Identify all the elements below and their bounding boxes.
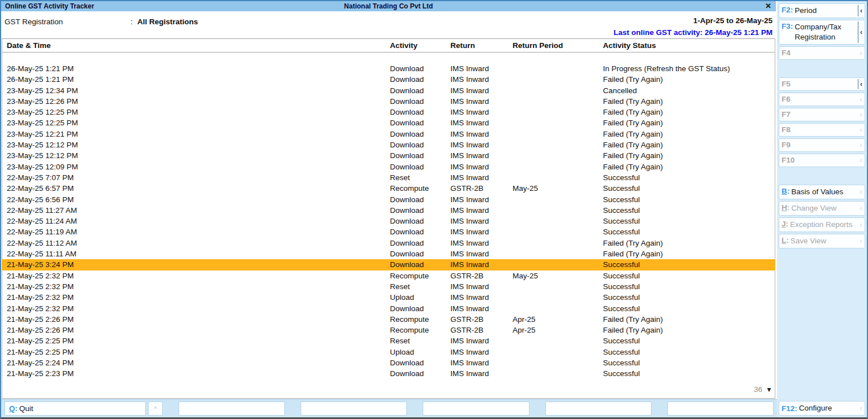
table-row[interactable]: 23-May-25 12:25 PMDownloadIMS InwardFail…	[2, 107, 775, 117]
table-row[interactable]: 21-May-25 2:32 PMUploadIMS InwardSuccess…	[2, 292, 775, 303]
table-row[interactable]: 23-May-25 12:26 PMDownloadIMS InwardFail…	[2, 96, 775, 107]
table-row[interactable]: 26-May-25 1:21 PMDownloadIMS InwardFaile…	[2, 74, 775, 85]
table-row[interactable]: 22-May-25 11:11 AMDownloadIMS InwardFail…	[2, 248, 775, 259]
cell-activity: Download	[390, 85, 450, 96]
cell-status: Cancelled	[603, 85, 775, 96]
table-row[interactable]: 22-May-25 11:27 AMDownloadIMS InwardSucc…	[2, 205, 775, 216]
cell-activity: Download	[390, 368, 450, 379]
table-row[interactable]: 23-May-25 12:25 PMDownloadIMS InwardFail…	[2, 117, 775, 128]
table-row[interactable]: 21-May-25 3:24 PMDownloadIMS InwardSucce…	[2, 259, 775, 270]
table-row[interactable]: 21-May-25 2:26 PMRecomputeGSTR-2BApr-25F…	[2, 314, 775, 325]
col-header-activity-status: Activity Status	[603, 40, 775, 52]
cell-activity: Reset	[390, 335, 450, 346]
table-row[interactable]: 23-May-25 12:12 PMDownloadIMS InwardFail…	[2, 150, 775, 161]
cell-return: IMS Inward	[450, 129, 513, 139]
period-range: 1-Apr-25 to 26-May-25	[693, 16, 772, 25]
cell-status: Successful	[603, 368, 775, 379]
more-rows-icon[interactable]: ▼	[766, 386, 772, 394]
cell-status: Successful	[603, 194, 775, 205]
sidebar-item-f3[interactable]: F3:Company/Tax Registration‹	[779, 20, 865, 45]
cell-return_period	[513, 63, 603, 74]
cell-return: IMS Inward	[450, 248, 513, 259]
cell-datetime: 22-May-25 11:19 AM	[7, 226, 390, 237]
cell-datetime: 21-May-25 2:32 PM	[7, 270, 390, 281]
cell-activity: Download	[390, 129, 450, 139]
col-header-return-period: Return Period	[513, 40, 603, 52]
cell-activity: Download	[390, 205, 450, 216]
cell-datetime: 22-May-25 11:11 AM	[7, 248, 390, 259]
cell-datetime: 23-May-25 12:12 PM	[7, 150, 390, 161]
sidebar-item-h: H:Change View‹	[779, 201, 865, 216]
cell-status: Successful	[603, 259, 775, 270]
table-row[interactable]: 21-May-25 2:32 PMResetIMS InwardSuccessf…	[2, 281, 775, 292]
configure-button[interactable]: F12 : Configure ‹	[779, 401, 865, 416]
cell-return_period	[513, 335, 603, 346]
table-header: Date & Time Activity Return Return Perio…	[2, 40, 775, 52]
toolbar-slot	[301, 401, 407, 416]
sidebar-item-f9: F9‹	[779, 138, 865, 152]
cell-activity: Download	[390, 162, 450, 172]
cell-status: Failed (Try Again)	[603, 248, 775, 259]
col-header-activity: Activity	[390, 40, 450, 52]
table-row[interactable]: 21-May-25 2:25 PMUploadIMS InwardSuccess…	[2, 347, 775, 357]
cell-status: Successful	[603, 216, 775, 226]
table-row[interactable]: 21-May-25 2:25 PMResetIMS InwardSuccessf…	[2, 335, 775, 346]
cell-return_period	[513, 248, 603, 259]
cell-return_period	[513, 96, 603, 107]
cell-datetime: 23-May-25 12:34 PM	[7, 85, 390, 96]
cell-return_period	[513, 129, 603, 139]
table-row[interactable]: 21-May-25 2:32 PMRecomputeGSTR-2BMay-25S…	[2, 270, 775, 281]
table-row[interactable]: 23-May-25 12:12 PMDownloadIMS InwardFail…	[2, 139, 775, 150]
cell-return_period	[513, 216, 603, 226]
cell-status: Failed (Try Again)	[603, 129, 775, 139]
cell-return_period	[513, 292, 603, 303]
cell-status: Successful	[603, 292, 775, 303]
cell-status: Successful	[603, 357, 775, 368]
table-row[interactable]: 21-May-25 2:26 PMRecomputeGSTR-2BApr-25F…	[2, 325, 775, 335]
divider	[2, 398, 775, 399]
cell-status: Failed (Try Again)	[603, 314, 775, 325]
titlebar: Online GST Activity Tracker National Tra…	[1, 1, 776, 11]
fn-key-label: F10	[782, 156, 795, 164]
table-row[interactable]: 21-May-25 2:32 PMDownloadIMS InwardSucce…	[2, 303, 775, 314]
table-row[interactable]: 26-May-25 1:21 PMDownloadIMS InwardIn Pr…	[2, 63, 775, 74]
fn-key-label: J	[782, 220, 786, 228]
cell-datetime: 21-May-25 2:32 PM	[7, 303, 390, 314]
table-row[interactable]: 23-May-25 12:34 PMDownloadIMS InwardCanc…	[2, 85, 775, 96]
cell-return: IMS Inward	[450, 292, 513, 303]
cell-status: In Progress (Refresh the GST Status)	[603, 63, 775, 74]
sidebar-item-f2[interactable]: F2:Period‹	[779, 3, 865, 18]
table-row[interactable]: 22-May-25 7:07 PMResetIMS InwardSuccessf…	[2, 172, 775, 183]
quit-button[interactable]: Q : Quit	[5, 401, 146, 416]
cell-status: Successful	[603, 270, 775, 281]
table-row[interactable]: 22-May-25 6:57 PMRecomputeGSTR-2BMay-25S…	[2, 183, 775, 194]
sidebar-item-label: Exception Reports	[790, 220, 853, 230]
table-row[interactable]: 22-May-25 11:19 AMDownloadIMS InwardSucc…	[2, 226, 775, 237]
expand-toolbar-icon[interactable]: ^	[148, 401, 163, 416]
quit-label: Quit	[19, 404, 33, 413]
cell-datetime: 23-May-25 12:25 PM	[7, 107, 390, 117]
chevron-left-icon: ‹	[858, 403, 864, 414]
sidebar-item-f5[interactable]: F5‹	[779, 77, 865, 91]
table-row[interactable]: 22-May-25 11:24 AMDownloadIMS InwardSucc…	[2, 216, 775, 226]
table-row[interactable]: 23-May-25 12:09 PMDownloadIMS InwardFail…	[2, 162, 775, 172]
cell-return_period	[513, 259, 603, 270]
cell-activity: Download	[390, 96, 450, 107]
cell-return: IMS Inward	[450, 226, 513, 237]
table-row[interactable]: 22-May-25 6:56 PMDownloadIMS InwardSucce…	[2, 194, 775, 205]
key-separator: :	[786, 220, 789, 228]
table-row[interactable]: 22-May-25 11:12 AMDownloadIMS InwardFail…	[2, 238, 775, 248]
table-row[interactable]: 21-May-25 2:24 PMDownloadIMS InwardSucce…	[2, 357, 775, 368]
cell-return_period: Apr-25	[513, 314, 603, 325]
sidebar-filler	[778, 250, 866, 416]
chevron-left-icon: ‹	[858, 48, 864, 58]
sidebar-item-f8: F8‹	[779, 123, 865, 137]
close-icon[interactable]: ✕	[765, 1, 771, 11]
sidebar-item-label: Basis of Values	[791, 187, 844, 197]
cell-return_period	[513, 117, 603, 128]
table-row[interactable]: 23-May-25 12:21 PMDownloadIMS InwardFail…	[2, 129, 775, 139]
cell-return: IMS Inward	[450, 357, 513, 368]
table-row[interactable]: 21-May-25 2:23 PMDownloadIMS InwardSucce…	[2, 368, 775, 379]
cell-return: IMS Inward	[450, 107, 513, 117]
sidebar-item-b[interactable]: B:Basis of Values‹	[779, 185, 865, 199]
